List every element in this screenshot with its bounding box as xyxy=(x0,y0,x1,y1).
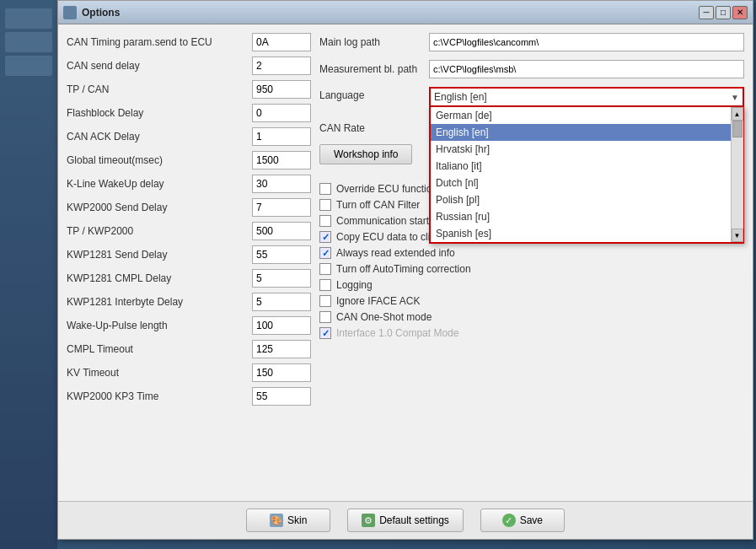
language-selected-text: English [en] xyxy=(434,91,487,103)
save-icon: ✓ xyxy=(502,514,516,527)
left-field-input-1[interactable] xyxy=(252,57,311,75)
maximize-button[interactable]: □ xyxy=(716,6,731,19)
left-field-input-11[interactable] xyxy=(252,293,311,311)
left-field-label-14: KV Timeout xyxy=(67,367,252,379)
dialog-icon xyxy=(63,6,77,19)
left-field-row: KWP2000 KP3 Time xyxy=(67,387,311,406)
sidebar-tab-2 xyxy=(5,32,52,52)
left-field-label-1: CAN send delay xyxy=(67,60,252,72)
checkbox-override-ecu[interactable] xyxy=(319,183,331,195)
checkbox-compat-mode[interactable]: ✓ xyxy=(319,327,331,339)
checkbox-row-iface-ack: Ignore IFACE ACK xyxy=(319,295,744,307)
left-field-input-15[interactable] xyxy=(252,387,311,406)
dropdown-scrollbar: ▲ ▼ xyxy=(731,107,743,242)
minimize-button[interactable]: ─ xyxy=(699,6,714,19)
scroll-down-button[interactable]: ▼ xyxy=(732,229,743,242)
left-field-label-5: Global timeout(msec) xyxy=(67,154,252,166)
default-settings-button[interactable]: ⚙ Default settings xyxy=(347,509,464,532)
left-field-label-15: KWP2000 KP3 Time xyxy=(67,390,252,402)
dialog-footer: 🎨 Skin ⚙ Default settings ✓ Save xyxy=(58,501,753,539)
save-button[interactable]: ✓ Save xyxy=(480,509,565,532)
checkbox-copy-ecu[interactable]: ✓ xyxy=(319,231,331,243)
scroll-thumb[interactable] xyxy=(732,121,743,137)
left-field-input-4[interactable] xyxy=(252,127,311,146)
title-bar-left: Options xyxy=(63,6,120,19)
left-field-label-3: Flashblock Delay xyxy=(67,107,252,119)
left-field-input-13[interactable] xyxy=(252,340,311,358)
checkbox-label-read-extended: Always read extended info xyxy=(336,247,455,259)
checkbox-read-extended[interactable]: ✓ xyxy=(319,247,331,259)
language-option[interactable]: German [de] xyxy=(431,107,731,124)
left-field-label-2: TP / CAN xyxy=(67,83,252,95)
language-option[interactable]: Polish [pl] xyxy=(431,191,731,208)
left-field-row: K-Line WakeUp delay xyxy=(67,175,311,193)
left-field-label-10: KWP1281 CMPL Delay xyxy=(67,272,252,284)
left-field-row: Flashblock Delay xyxy=(67,104,311,122)
left-panel: CAN Timing param.send to ECU CAN send de… xyxy=(67,33,311,492)
language-option[interactable]: Hrvatski [hr] xyxy=(431,141,731,158)
checkbox-logging[interactable] xyxy=(319,279,331,291)
language-option[interactable]: English [en] xyxy=(431,124,731,141)
left-field-row: KWP2000 Send Delay xyxy=(67,198,311,217)
checkbox-label-iface-ack: Ignore IFACE ACK xyxy=(336,295,420,307)
save-label: Save xyxy=(520,514,543,526)
skin-button[interactable]: 🎨 Skin xyxy=(246,509,330,532)
checkbox-row-autotiming: Turn off AutoTiming correction xyxy=(319,263,744,275)
close-button[interactable]: ✕ xyxy=(732,6,748,19)
checkbox-can-oneshot[interactable] xyxy=(319,311,331,323)
options-dialog: Options ─ □ ✕ CAN Timing param.send to E… xyxy=(57,0,753,540)
left-field-input-10[interactable] xyxy=(252,269,311,288)
checkbox-row-read-extended: ✓Always read extended info xyxy=(319,247,744,259)
check-mark: ✓ xyxy=(322,232,330,243)
title-bar: Options ─ □ ✕ xyxy=(58,1,753,24)
dialog-title: Options xyxy=(82,7,120,19)
language-option[interactable]: Dutch [nl] xyxy=(431,175,731,191)
language-container: English [en] ▼ German [de]English [en]Hr… xyxy=(429,87,744,107)
dialog-body: CAN Timing param.send to ECU CAN send de… xyxy=(58,24,753,501)
checkbox-autotiming[interactable] xyxy=(319,263,331,275)
left-field-input-8[interactable] xyxy=(252,222,311,240)
language-select[interactable]: English [en] ▼ xyxy=(429,87,744,107)
language-option[interactable]: Spanish [es] xyxy=(431,225,731,242)
checkbox-can-filter[interactable] xyxy=(319,199,331,211)
checkbox-label-override-ecu: Override ECU functions xyxy=(336,183,442,195)
left-field-input-6[interactable] xyxy=(252,175,311,193)
checkbox-iface-ack[interactable] xyxy=(319,295,331,307)
sidebar xyxy=(0,0,57,549)
language-option[interactable]: Italiano [it] xyxy=(431,158,731,175)
workshop-info-button[interactable]: Workshop info xyxy=(319,144,412,164)
left-field-input-9[interactable] xyxy=(252,245,311,264)
left-field-label-4: CAN ACK Delay xyxy=(67,131,252,143)
can-rate-label: CAN Rate xyxy=(319,122,429,134)
scroll-track xyxy=(732,121,743,229)
checkbox-label-autotiming: Turn off AutoTiming correction xyxy=(336,263,471,275)
checkbox-label-compat-mode: Interface 1.0 Compat Mode xyxy=(336,327,458,339)
check-mark: ✓ xyxy=(322,248,330,259)
skin-label: Skin xyxy=(287,514,307,526)
left-field-label-12: Wake-Up-Pulse length xyxy=(67,320,252,331)
left-field-input-5[interactable] xyxy=(252,151,311,170)
language-option[interactable]: Russian [ru] xyxy=(431,208,731,225)
left-field-input-2[interactable] xyxy=(252,80,311,99)
language-row: Language English [en] ▼ German [de]Engli… xyxy=(319,87,744,107)
left-field-input-12[interactable] xyxy=(252,316,311,335)
scroll-up-button[interactable]: ▲ xyxy=(732,107,743,121)
measurement-path-input[interactable] xyxy=(429,60,744,78)
checkbox-comm-auto[interactable] xyxy=(319,215,331,227)
left-field-label-7: KWP2000 Send Delay xyxy=(67,202,252,213)
left-field-input-0[interactable] xyxy=(252,33,311,51)
default-label: Default settings xyxy=(379,514,449,526)
left-field-input-3[interactable] xyxy=(252,104,311,122)
language-dropdown: German [de]English [en]Hrvatski [hr]Ital… xyxy=(429,107,744,244)
left-field-row: KWP1281 Send Delay xyxy=(67,245,311,264)
checkbox-label-can-filter: Turn off CAN Filter xyxy=(336,199,420,211)
left-field-input-7[interactable] xyxy=(252,198,311,217)
checkbox-label-can-oneshot: CAN One-Shot mode xyxy=(336,311,432,323)
left-field-input-14[interactable] xyxy=(252,363,311,382)
left-field-row: Wake-Up-Pulse length xyxy=(67,316,311,335)
main-log-path-input[interactable] xyxy=(429,33,744,51)
left-field-row: KWP1281 CMPL Delay xyxy=(67,269,311,288)
checkbox-row-logging: Logging xyxy=(319,279,744,291)
left-field-row: CAN send delay xyxy=(67,57,311,75)
sidebar-tab-3 xyxy=(5,56,52,76)
